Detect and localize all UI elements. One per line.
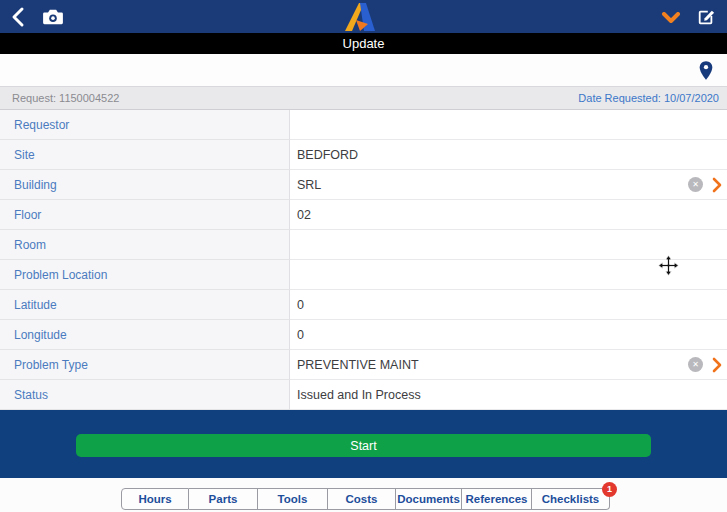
field-value: BEDFORD	[297, 148, 727, 162]
form-row-building[interactable]: Building SRL ✕	[0, 170, 727, 200]
field-label: Problem Location	[0, 260, 290, 290]
clear-field-icon[interactable]: ✕	[688, 357, 703, 372]
field-value: 0	[297, 298, 727, 312]
archibus-logo-icon	[344, 2, 381, 32]
form-row-site[interactable]: Site BEDFORD	[0, 140, 727, 170]
tab-tools[interactable]: Tools	[258, 488, 328, 510]
field-label: Building	[0, 170, 290, 200]
location-row	[0, 54, 727, 87]
chevron-right-icon[interactable]	[712, 357, 722, 373]
field-value: PREVENTIVE MAINT	[297, 358, 688, 372]
edit-icon[interactable]	[697, 8, 715, 26]
form-row-latitude[interactable]: Latitude 0	[0, 290, 727, 320]
form-row-problem-location[interactable]: Problem Location	[0, 260, 727, 290]
action-footer: Start	[0, 410, 727, 478]
bottom-tab-bar: Hours Parts Tools Costs Documents Refere…	[0, 478, 727, 512]
field-label: Problem Type	[0, 350, 290, 380]
tab-hours[interactable]: Hours	[121, 488, 189, 510]
chevron-down-icon[interactable]	[661, 11, 681, 24]
work-request-form: Requestor Site BEDFORD Building SRL ✕ Fl…	[0, 110, 727, 410]
field-label: Latitude	[0, 290, 290, 320]
top-navigation-bar	[0, 0, 727, 33]
field-value: SRL	[297, 178, 688, 192]
app-screen: Update Request: 1150004522 Date Requeste…	[0, 0, 727, 512]
form-row-status[interactable]: Status Issued and In Process	[0, 380, 727, 410]
form-row-requestor[interactable]: Requestor	[0, 110, 727, 140]
request-number: Request: 1150004522	[0, 92, 119, 104]
checklists-count-badge: 1	[602, 482, 617, 497]
field-label: Longitude	[0, 320, 290, 350]
clear-field-icon[interactable]: ✕	[688, 177, 703, 192]
field-label: Room	[0, 230, 290, 260]
field-label: Status	[0, 380, 290, 410]
tabs: Hours Parts Tools Costs Documents Refere…	[121, 488, 610, 510]
form-row-room[interactable]: Room	[0, 230, 727, 260]
form-row-longitude[interactable]: Longitude 0	[0, 320, 727, 350]
field-label: Site	[0, 140, 290, 170]
camera-icon[interactable]	[42, 8, 64, 26]
field-value: Issued and In Process	[297, 388, 727, 402]
date-requested: Date Requested: 10/07/2020	[578, 92, 727, 104]
request-info-bar: Request: 1150004522 Date Requested: 10/0…	[0, 87, 727, 110]
tab-documents[interactable]: Documents	[396, 488, 462, 510]
tab-checklists[interactable]: Checklists 1	[532, 488, 610, 510]
tab-costs[interactable]: Costs	[328, 488, 396, 510]
map-pin-icon[interactable]	[698, 60, 714, 81]
field-value: 02	[297, 208, 727, 222]
form-row-problem-type[interactable]: Problem Type PREVENTIVE MAINT ✕	[0, 350, 727, 380]
field-label: Floor	[0, 200, 290, 230]
tab-references[interactable]: References	[462, 488, 532, 510]
back-icon[interactable]	[8, 6, 30, 28]
field-label: Requestor	[0, 110, 290, 140]
field-value: 0	[297, 328, 727, 342]
tab-parts[interactable]: Parts	[189, 488, 258, 510]
chevron-right-icon[interactable]	[712, 177, 722, 193]
form-row-floor[interactable]: Floor 02	[0, 200, 727, 230]
start-button[interactable]: Start	[76, 434, 651, 457]
tab-label: Checklists	[542, 493, 600, 505]
page-title: Update	[0, 33, 727, 54]
